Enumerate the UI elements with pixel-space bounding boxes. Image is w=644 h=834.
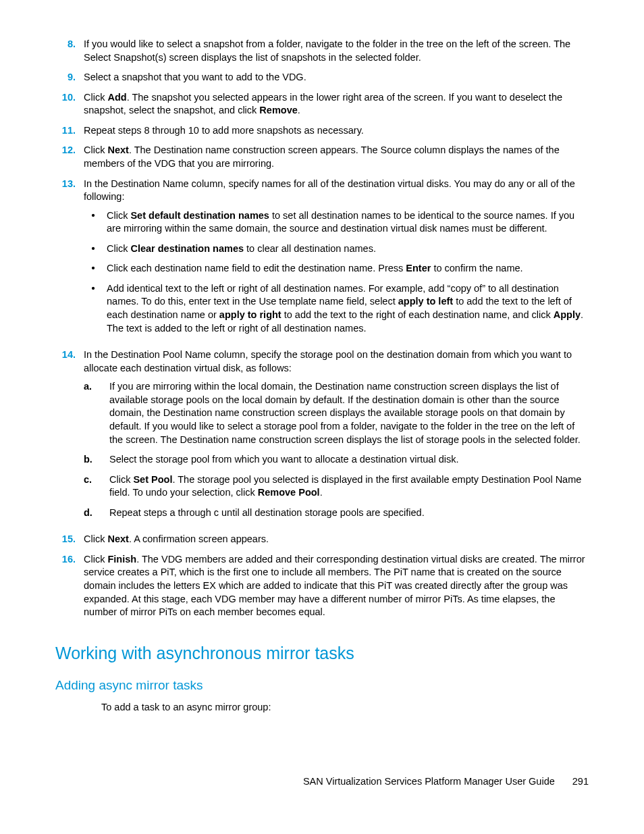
ordered-steps: 8. If you would like to select a snapsho… [55, 38, 589, 619]
alpha-item: c. Click Set Pool. The storage pool you … [84, 473, 589, 500]
alpha-letter: c. [84, 473, 109, 500]
bold: Clear destination names [130, 243, 244, 254]
bullet-list: • Click Set default destination names to… [84, 209, 589, 336]
step-text: Repeat steps 8 through 10 to add more sn… [84, 124, 589, 138]
t: Click [107, 243, 130, 254]
t: Click [84, 554, 107, 565]
t: Click [84, 533, 107, 544]
step-12: 12. Click Next. The Destination name con… [55, 144, 589, 170]
bold: Next [107, 533, 128, 544]
step-15: 15. Click Next. A confirmation screen ap… [55, 533, 589, 546]
step-body: In the Destination Name column, specify … [84, 178, 589, 342]
bullet-text: Click each destination name field to edi… [107, 262, 589, 276]
bold: Enter [406, 263, 431, 273]
step-number: 8. [55, 38, 84, 64]
t: Click [107, 210, 130, 221]
bold: Set default destination names [130, 210, 269, 221]
bold: Set Pool [133, 474, 172, 485]
t: Click each destination name field to edi… [107, 263, 406, 273]
t: Click [84, 145, 107, 155]
step-13: 13. In the Destination Name column, spec… [55, 178, 589, 342]
bold: apply to left [398, 296, 453, 307]
alpha-text: Repeat steps a through c until all desti… [109, 506, 589, 520]
bold: Remove [259, 105, 297, 115]
bullet-item: • Click Set default destination names to… [84, 209, 589, 236]
alpha-text: Select the storage pool from which you w… [109, 453, 589, 467]
alpha-item: d. Repeat steps a through c until all de… [84, 506, 589, 520]
bullet-text: Add identical text to the left or right … [107, 282, 589, 335]
t: . [320, 487, 323, 498]
alpha-item: b. Select the storage pool from which yo… [84, 453, 589, 467]
bullet-icon: • [84, 242, 107, 256]
footer-title: SAN Virtualization Services Platform Man… [303, 776, 555, 787]
step-9: 9. Select a snapshot that you want to ad… [55, 71, 589, 84]
step-number: 11. [55, 124, 84, 138]
t: . The snapshot you selected appears in t… [84, 92, 562, 116]
step-text: In the Destination Name column, specify … [84, 178, 575, 203]
document-page: 8. If you would like to select a snapsho… [0, 0, 644, 829]
t: to clear all destination names. [244, 243, 376, 254]
alpha-letter: d. [84, 506, 109, 520]
step-14: 14. In the Destination Pool Name column,… [55, 348, 589, 526]
step-16: 16. Click Finish. The VDG members are ad… [55, 553, 589, 619]
step-number: 13. [55, 178, 84, 342]
alpha-letter: b. [84, 453, 109, 467]
t: Click [84, 92, 107, 103]
intro-text: To add a task to an async mirror group: [101, 701, 589, 714]
bold: Remove Pool [258, 487, 320, 498]
step-number: 14. [55, 348, 84, 526]
t: . [298, 105, 300, 115]
page-footer: SAN Virtualization Services Platform Man… [55, 775, 589, 789]
t: Click [109, 474, 133, 485]
step-text: If you would like to select a snapshot f… [84, 38, 589, 64]
step-text: Click Next. The Destination name constru… [84, 144, 589, 170]
bullet-text: Click Set default destination names to s… [107, 209, 589, 236]
bullet-icon: • [84, 262, 107, 276]
t: . The storage pool you selected is displ… [109, 474, 581, 498]
bullet-text: Click Clear destination names to clear a… [107, 242, 589, 256]
page-number: 291 [572, 775, 589, 789]
bold: Apply [554, 309, 581, 320]
step-number: 12. [55, 144, 84, 170]
step-text: In the Destination Pool Name column, spe… [84, 349, 572, 373]
alpha-list: a. If you are mirroring within the local… [84, 380, 589, 519]
section-heading: Working with asynchronous mirror tasks [55, 642, 589, 665]
t: . A confirmation screen appears. [129, 533, 269, 544]
bold: Finish [107, 554, 136, 565]
bullet-item: • Add identical text to the left or righ… [84, 282, 589, 335]
step-11: 11. Repeat steps 8 through 10 to add mor… [55, 124, 589, 138]
step-text: Click Add. The snapshot you selected app… [84, 91, 589, 118]
subsection-heading: Adding async mirror tasks [55, 677, 589, 694]
bold: apply to right [219, 309, 281, 320]
bullet-item: • Click Clear destination names to clear… [84, 242, 589, 256]
t: . The Destination name construction scre… [84, 145, 560, 169]
bullet-item: • Click each destination name field to e… [84, 262, 589, 276]
alpha-text: Click Set Pool. The storage pool you sel… [109, 473, 589, 500]
bold: Next [107, 145, 128, 155]
step-number: 10. [55, 91, 84, 118]
step-10: 10. Click Add. The snapshot you selected… [55, 91, 589, 118]
step-8: 8. If you would like to select a snapsho… [55, 38, 589, 64]
step-text: Click Next. A confirmation screen appear… [84, 533, 589, 546]
t: to confirm the name. [431, 263, 522, 273]
alpha-item: a. If you are mirroring within the local… [84, 380, 589, 446]
t: . The VDG members are added and their co… [84, 554, 585, 617]
step-number: 9. [55, 71, 84, 84]
alpha-text: If you are mirroring within the local do… [109, 380, 589, 446]
step-number: 16. [55, 553, 84, 619]
bullet-icon: • [84, 209, 107, 236]
step-body: In the Destination Pool Name column, spe… [84, 348, 589, 526]
bullet-icon: • [84, 282, 107, 335]
t: to add the text to the right of each des… [281, 309, 554, 320]
bold: Add [107, 92, 126, 103]
step-number: 15. [55, 533, 84, 546]
step-text: Select a snapshot that you want to add t… [84, 71, 589, 84]
alpha-letter: a. [84, 380, 109, 446]
step-text: Click Finish. The VDG members are added … [84, 553, 589, 619]
